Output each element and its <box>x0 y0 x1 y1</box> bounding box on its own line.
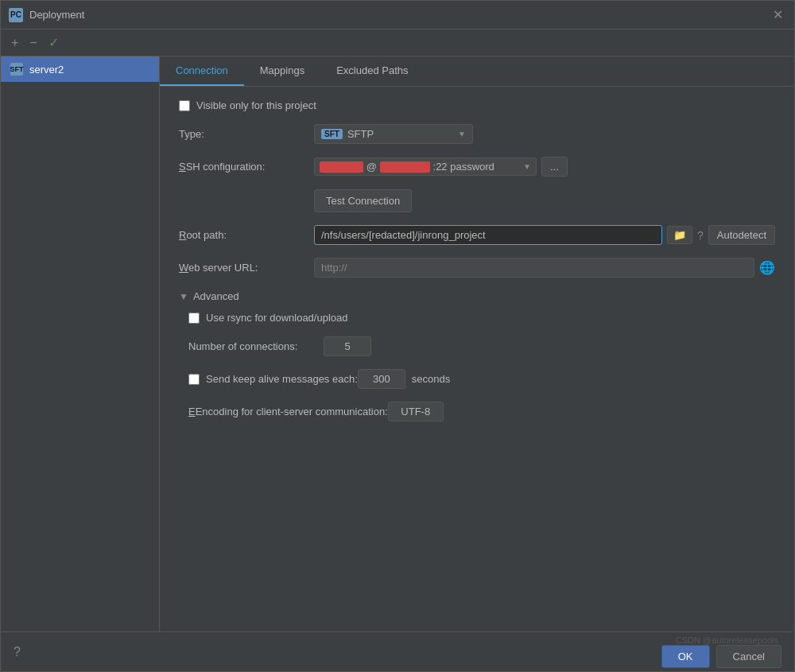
root-path-row: Root path: 📁 ? Autodetect <box>179 225 775 245</box>
web-server-url-label: Web server URL: <box>179 262 314 274</box>
web-server-url-row: Web server URL: 🌐 <box>179 258 775 278</box>
num-connections-input[interactable] <box>324 336 371 356</box>
web-server-url-label-w: W <box>179 262 188 274</box>
root-path-input[interactable] <box>314 225 662 245</box>
keep-alive-right: seconds <box>358 369 450 389</box>
ssh-config-wrapper: ██████ @ ███████ :22 password ▼ ... <box>314 157 568 177</box>
advanced-content: Use rsync for download/upload Number of … <box>179 312 775 421</box>
bottom-bar: ? CSDN @autoreleasepools OK Cancel <box>1 631 794 671</box>
advanced-header[interactable]: ▼ Advanced <box>179 290 775 302</box>
type-dropdown-arrow: ▼ <box>458 130 466 138</box>
encoding-input[interactable] <box>388 402 444 421</box>
window-title: Deployment <box>29 9 84 21</box>
close-button[interactable]: ✕ <box>770 7 786 23</box>
autodetect-button[interactable]: Autodetect <box>708 225 775 245</box>
sidebar-item-server2[interactable]: SFT server2 <box>1 56 159 82</box>
app-icon: PC <box>9 8 23 22</box>
tab-mappings[interactable]: Mappings <box>244 56 320 86</box>
tabs: Connection Mappings Excluded Paths <box>160 56 794 87</box>
ssh-host-masked: ███████ <box>380 161 430 173</box>
sidebar: SFT server2 <box>1 56 160 631</box>
ssh-config-label-text: S <box>179 161 186 173</box>
num-connections-label: Number of connections: <box>188 340 324 352</box>
type-label: Type: <box>179 128 314 140</box>
keep-alive-unit: seconds <box>412 373 450 385</box>
encoding-label-e: E <box>188 406 196 418</box>
type-icon: SFT <box>321 129 343 139</box>
use-rsync-row: Use rsync for download/upload <box>188 312 775 324</box>
type-select-display[interactable]: SFT SFTP ▼ <box>314 124 473 144</box>
type-row: Type: SFT SFTP ▼ <box>179 124 775 144</box>
title-bar: PC Deployment ✕ <box>1 1 794 29</box>
ssh-at: @ <box>366 161 377 173</box>
test-connection-button[interactable]: Test Connection <box>314 189 412 212</box>
encoding-row: EEncoding for client-server communicatio… <box>188 402 775 421</box>
encoding-label-rest: Encoding for client-server communication… <box>196 406 388 418</box>
keep-alive-input[interactable] <box>358 369 405 389</box>
web-url-wrapper: 🌐 <box>314 258 775 278</box>
encoding-label: EEncoding for client-server communicatio… <box>188 406 388 418</box>
tab-connection[interactable]: Connection <box>160 56 244 86</box>
keep-alive-label: Send keep alive messages each: <box>206 373 358 385</box>
ssh-config-display[interactable]: ██████ @ ███████ :22 password ▼ <box>314 157 537 176</box>
ssh-config-edit-button[interactable]: ... <box>541 157 568 177</box>
ssh-port-auth: :22 password <box>433 161 494 173</box>
type-value: SFTP <box>347 128 374 140</box>
web-server-url-label-rest: eb server URL: <box>188 262 258 274</box>
help-bottom-icon[interactable]: ? <box>14 645 21 659</box>
ssh-config-label-rest: SH configuration: <box>186 161 266 173</box>
keep-alive-row: Send keep alive messages each: seconds <box>188 369 775 389</box>
ssh-user-masked: ██████ <box>320 161 363 173</box>
use-rsync-label: Use rsync for download/upload <box>206 312 348 324</box>
server-icon: SFT <box>10 63 23 76</box>
root-path-browse-button[interactable]: 📁 <box>667 226 692 244</box>
bottom-right: CSDN @autoreleasepools OK Cancel <box>661 635 781 668</box>
deployment-dialog: PC Deployment ✕ + − ✓ SFT server2 Connec… <box>0 0 795 672</box>
toolbar: + − ✓ <box>1 29 794 56</box>
advanced-arrow-icon: ▼ <box>179 291 188 302</box>
title-bar-left: PC Deployment <box>9 8 84 22</box>
tab-excluded-paths[interactable]: Excluded Paths <box>320 56 424 86</box>
root-path-label-rest: oot path: <box>186 229 227 241</box>
web-icon: 🌐 <box>759 260 775 275</box>
root-path-label: Root path: <box>179 229 314 241</box>
visible-only-row: Visible only for this project <box>179 99 775 111</box>
ok-button[interactable]: OK <box>661 645 710 668</box>
root-path-help-icon[interactable]: ? <box>697 229 704 242</box>
ssh-config-label: SSH configuration: <box>179 161 314 173</box>
content-area: Connection Mappings Excluded Paths Visib… <box>160 56 794 631</box>
watermark: CSDN @autoreleasepools <box>676 635 778 645</box>
visible-only-checkbox[interactable] <box>179 100 190 111</box>
test-connection-row: Test Connection <box>314 189 775 212</box>
confirm-button[interactable]: ✓ <box>45 34 63 52</box>
num-connections-row: Number of connections: <box>188 336 775 356</box>
add-button[interactable]: + <box>7 34 22 52</box>
main-area: SFT server2 Connection Mappings Excluded… <box>1 56 794 631</box>
remove-button[interactable]: − <box>25 34 41 52</box>
ssh-dropdown-arrow: ▼ <box>523 162 531 171</box>
keep-alive-left: Send keep alive messages each: <box>188 373 358 385</box>
advanced-section: ▼ Advanced Use rsync for download/upload… <box>179 290 775 421</box>
keep-alive-checkbox[interactable] <box>188 374 200 385</box>
ssh-config-row: SSH configuration: ██████ @ ███████ :22 … <box>179 157 775 177</box>
buttons-group: OK Cancel <box>661 645 781 668</box>
sidebar-item-label: server2 <box>29 64 64 76</box>
type-select-wrapper: SFT SFTP ▼ <box>314 124 473 144</box>
root-path-wrapper: 📁 ? Autodetect <box>314 225 775 245</box>
use-rsync-checkbox[interactable] <box>188 313 200 324</box>
cancel-button[interactable]: Cancel <box>716 645 781 668</box>
web-server-url-input[interactable] <box>314 258 754 278</box>
connection-panel: Visible only for this project Type: SFT … <box>160 87 794 631</box>
root-path-label-r: R <box>179 229 186 241</box>
visible-only-label: Visible only for this project <box>196 99 316 111</box>
advanced-label: Advanced <box>193 290 239 302</box>
